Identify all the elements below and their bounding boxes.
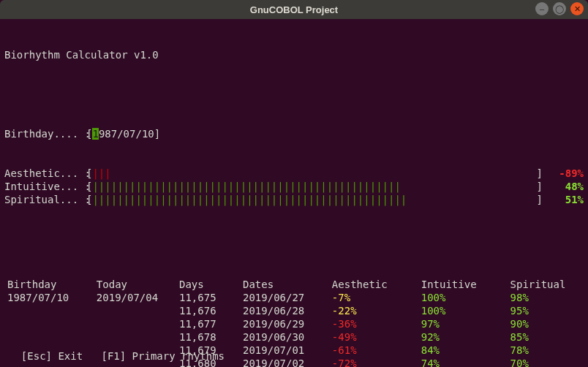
bar-pct: 51% [543,193,584,206]
footer-esc: [Esc] Exit [21,350,83,362]
table-row: 1987/07/102019/07/0411,6752019/06/27-7%1… [4,291,584,304]
minimize-button[interactable]: – [535,2,549,15]
bar-fill: ||||||||||||||||||||||||||||||||||||||||… [92,180,536,193]
open-bracket: [ [86,127,92,140]
bar-fill: ||||||||||||||||||||||||||||||||||||||||… [92,193,536,206]
bar-fill: ||| [92,167,536,180]
table-row: 11,6762019/06/28-22%100%95% [4,304,584,317]
rhythm-bars: Aesthetic... : [|||]-89%Intuitive... : [… [4,167,584,206]
bar-aesthetic: Aesthetic... : [|||]-89% [4,167,584,180]
footer: [Esc] Exit [F1] Primary rhythms [4,333,229,366]
titlebar: GnuCOBOL Project – ◯ ✕ [0,0,588,19]
birthday-label: Birthday.... : [4,127,86,140]
col-today: Today [94,278,176,291]
col-aesthetic: Aesthetic [329,278,418,291]
footer-f1: [F1] Primary rhythms [101,350,225,362]
bar-intuitive: Intuitive... : [||||||||||||||||||||||||… [4,180,584,193]
bar-pct: -89% [543,167,584,180]
window-buttons: – ◯ ✕ [535,2,584,15]
col-dates: Dates [240,278,329,291]
birthday-row: Birthday.... : [1987/07/10] [4,127,584,140]
app-title: Biorhythm Calculator v1.0 [4,48,584,61]
table-header-row: BirthdayTodayDaysDatesAestheticIntuitive… [4,278,584,291]
col-birthday: Birthday [4,278,94,291]
birthday-input[interactable]: 1987/07/10 [92,127,154,140]
col-spiritual: Spiritual [508,278,584,291]
terminal: Biorhythm Calculator v1.0 Birthday.... :… [0,19,588,367]
table-row: 11,6772019/06/29-36%97%90% [4,317,584,330]
close-bracket: ] [154,127,160,140]
col-intuitive: Intuitive [418,278,508,291]
bar-label: Spiritual... : [4,193,86,206]
close-button[interactable]: ✕ [570,2,584,15]
window-title: GnuCOBOL Project [250,4,338,15]
bar-spiritual: Spiritual... : [||||||||||||||||||||||||… [4,193,584,206]
maximize-button[interactable]: ◯ [553,2,566,15]
bar-pct: 48% [543,180,584,193]
bar-label: Aesthetic... : [4,167,86,180]
bar-label: Intuitive... : [4,180,86,193]
col-days: Days [176,278,240,291]
